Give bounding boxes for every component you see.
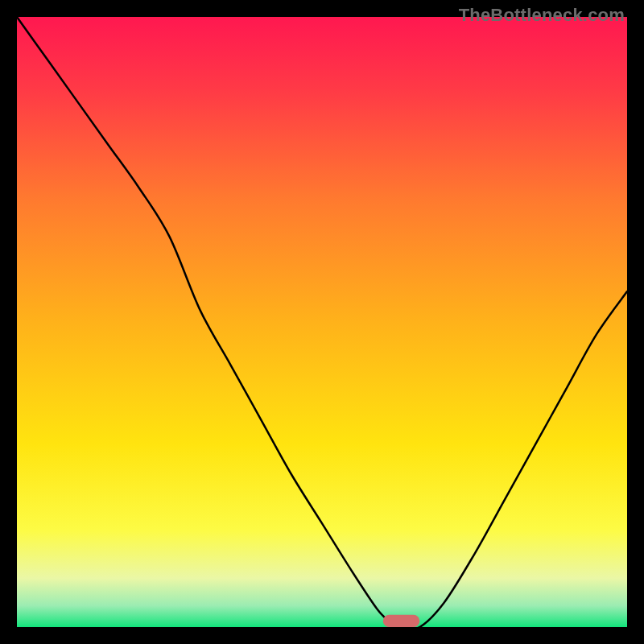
bottleneck-chart [17,17,627,627]
optimum-marker [383,615,419,627]
watermark-text: TheBottleneck.com [459,5,625,26]
chart-background [17,17,627,627]
chart-frame: TheBottleneck.com [0,0,644,644]
